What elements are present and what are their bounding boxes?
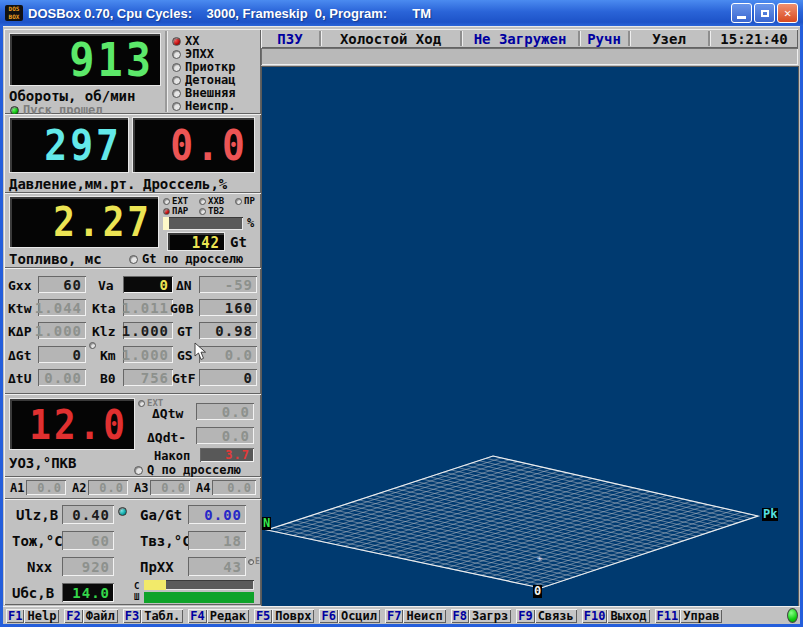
ubc-field: 14.0 bbox=[62, 583, 114, 602]
gagt-field: 0.00 bbox=[188, 505, 246, 524]
param-value: 60 bbox=[63, 276, 82, 293]
radio-icon bbox=[172, 50, 181, 59]
fuel-radio-ext[interactable]: ЕХТ bbox=[163, 196, 188, 206]
radio-icon bbox=[129, 255, 138, 264]
fuel-label: Топливо, мс bbox=[9, 251, 102, 267]
a2-label: A2 bbox=[72, 481, 86, 495]
maximize-button[interactable] bbox=[754, 3, 775, 23]
menu-item-idle[interactable]: Холостой Ход bbox=[321, 31, 460, 47]
a2-value: 0.0 bbox=[99, 480, 124, 495]
throttle-value: 0.0 bbox=[170, 120, 254, 169]
fuel-radio-tv2[interactable]: ТВ2 bbox=[199, 206, 224, 216]
mode-radio-vneshnyaya[interactable]: Внешняя bbox=[172, 86, 236, 100]
fkey-label: F8 bbox=[451, 609, 469, 623]
fkey-f3[interactable]: F3Табл. bbox=[123, 609, 184, 623]
param-field: 1.000 bbox=[38, 322, 86, 339]
q-throttle-radio-label: Q по дросселю bbox=[147, 463, 241, 477]
fkey-f2[interactable]: F2Файл bbox=[64, 609, 117, 623]
mouse-cursor bbox=[194, 342, 207, 361]
fkey-action: Файл bbox=[83, 609, 118, 623]
param-value: 0.00 bbox=[44, 369, 82, 386]
param-value: 0 bbox=[244, 369, 253, 386]
fkey-f8[interactable]: F8Загрз bbox=[451, 609, 512, 623]
fkey-action: Поврх bbox=[272, 609, 314, 623]
fkey-f11[interactable]: F11Управ bbox=[655, 609, 723, 623]
tvz-value: 18 bbox=[223, 532, 242, 549]
fkey-f6[interactable]: F6Осцил bbox=[319, 609, 380, 623]
gt-throttle-radio[interactable]: Gt по дросселю bbox=[129, 252, 243, 266]
mode-radio-epxx[interactable]: ЭПХХ bbox=[172, 47, 214, 61]
divider bbox=[165, 31, 167, 112]
menu-item-pzu[interactable]: ПЗУ bbox=[261, 31, 319, 47]
a3-field: 0.0 bbox=[150, 480, 190, 495]
param-value: 1.000 bbox=[35, 322, 82, 339]
minimize-button[interactable] bbox=[731, 3, 752, 23]
fuel-radio-label: ПАР bbox=[172, 206, 188, 216]
fkey-f10[interactable]: F10Выход bbox=[582, 609, 650, 623]
param-label: Ktw bbox=[8, 301, 31, 316]
menu-item-uzel[interactable]: Узел bbox=[630, 31, 708, 47]
param-label: KΔP bbox=[8, 324, 31, 339]
a3-label: A3 bbox=[134, 481, 148, 495]
mode-radio-neispr[interactable]: Неиспр. bbox=[172, 99, 236, 113]
param-label: ΔGt bbox=[8, 348, 31, 363]
fkey-f5[interactable]: F5Поврх bbox=[254, 609, 315, 623]
mode-radio-priotkr[interactable]: Приоткр bbox=[172, 60, 236, 74]
mode-radio-detonac[interactable]: Детонац bbox=[172, 73, 236, 87]
q-throttle-radio[interactable]: Q по дросселю bbox=[134, 463, 241, 477]
param-label: Km bbox=[100, 348, 116, 363]
fkey-action: Управ bbox=[680, 609, 722, 623]
a4-label: A4 bbox=[196, 481, 210, 495]
menu-item-notloaded[interactable]: Не Загружен bbox=[462, 31, 578, 47]
fkey-f4[interactable]: F4Редак bbox=[188, 609, 249, 623]
gt-display: 142 bbox=[167, 232, 225, 251]
rpm-value: 913 bbox=[69, 33, 160, 86]
param-value: 1.000 bbox=[122, 346, 169, 363]
param-value: 0.0 bbox=[225, 346, 253, 363]
fuel-radio-pr[interactable]: ПР bbox=[235, 196, 255, 206]
fkey-f1[interactable]: F1Help bbox=[6, 609, 59, 623]
axis-label-zero: 0 bbox=[533, 585, 542, 598]
fuel-radio-label: ЕХТ bbox=[172, 196, 188, 206]
prxx-label: ПрXX bbox=[140, 559, 174, 575]
nakop-field: 3.7 bbox=[200, 448, 254, 462]
ulz-field: 0.40 bbox=[62, 505, 114, 524]
gt-value: 142 bbox=[192, 233, 224, 251]
dqdt-field: 0.0 bbox=[196, 427, 254, 444]
fkey-label: F10 bbox=[582, 609, 608, 623]
dqtw-value: 0.0 bbox=[222, 403, 250, 420]
param-value: 1.000 bbox=[122, 322, 169, 339]
param-label: Kta bbox=[92, 301, 115, 316]
rpm-label: Обороты, об/мин bbox=[9, 88, 135, 104]
ulz-label: Ulz,B bbox=[16, 507, 58, 523]
title-bar[interactable]: DOSBOX DOSBox 0.70, Cpu Cycles: 3000, Fr… bbox=[0, 0, 803, 26]
tozh-field: 60 bbox=[62, 531, 114, 550]
dgt-radio-icon[interactable] bbox=[89, 342, 96, 349]
fkey-label: F4 bbox=[188, 609, 206, 623]
close-button[interactable]: ✕ bbox=[777, 3, 798, 23]
fuel-radio-par[interactable]: ПАР bbox=[163, 206, 188, 216]
param-field: 160 bbox=[199, 299, 257, 316]
ubc-value: 14.0 bbox=[72, 584, 110, 601]
radio-icon bbox=[138, 400, 145, 407]
e-radio[interactable]: Е bbox=[248, 557, 260, 566]
menu-item-ruchn[interactable]: Ручн bbox=[580, 31, 628, 47]
param-field: 0.00 bbox=[38, 369, 86, 386]
param-field: 0 bbox=[123, 276, 173, 293]
param-label: ΔtU bbox=[8, 371, 31, 386]
bar-c-fill bbox=[144, 580, 166, 590]
fkey-f7[interactable]: F7Неисп bbox=[385, 609, 446, 623]
dqtw-label: ΔQtw bbox=[152, 406, 183, 421]
dqdt-value: 0.0 bbox=[222, 427, 250, 444]
clock: 15:21:40 bbox=[710, 31, 798, 47]
ulz-value: 0.40 bbox=[72, 506, 110, 523]
surface-plot-area[interactable]: N Pk 0 ✳ bbox=[261, 66, 799, 608]
param-label: ΔN bbox=[176, 278, 192, 293]
dosbox-icon: DOSBOX bbox=[5, 5, 23, 21]
param-label: GS bbox=[177, 348, 193, 363]
fkey-f9[interactable]: F9Связь bbox=[516, 609, 577, 623]
radio-icon bbox=[163, 198, 170, 205]
gt-label: Gt bbox=[230, 234, 247, 250]
mode-radio-xx[interactable]: ХХ bbox=[172, 34, 199, 48]
fuel-radio-xxb[interactable]: ХХВ bbox=[199, 196, 224, 206]
